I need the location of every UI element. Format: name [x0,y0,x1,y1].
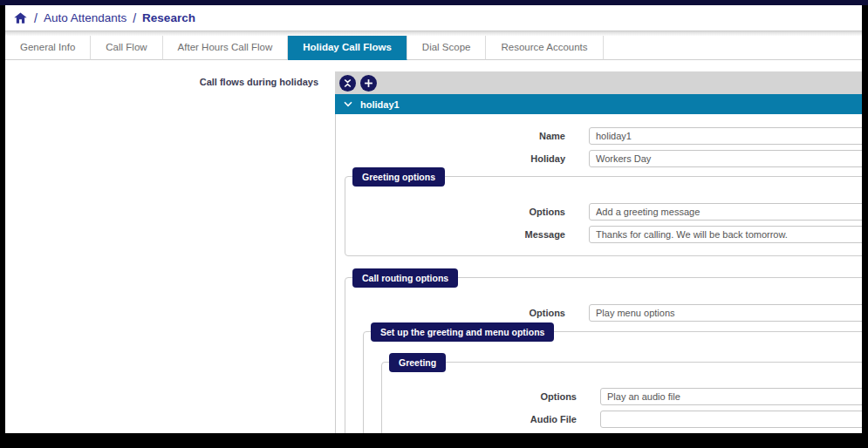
home-icon[interactable] [13,11,28,25]
form-row-audio-file: Audio File [382,411,862,428]
section-label: Call flows during holidays [5,60,335,433]
tab-bar-filler [604,36,862,60]
form-row-audio-options: Options [382,388,862,405]
name-label: Name [345,127,565,145]
collapse-all-icon [343,78,352,88]
greeting-options-input[interactable] [589,203,862,221]
main-content: Call flows during holidays [5,60,862,433]
holiday-flows-panel: holiday1 Name Holiday Greeting options [335,71,862,433]
greeting-options-section: Greeting options Options Message [345,176,862,256]
accordion-header-holiday1[interactable]: holiday1 [335,94,862,114]
audio-file-input[interactable] [600,411,862,428]
breadcrumb-item-auto-attendants[interactable]: Auto Attendants [44,11,126,24]
tab-general-info[interactable]: General Info [5,36,91,60]
holiday-label: Holiday [345,150,565,167]
tab-after-hours-call-flow[interactable]: After Hours Call Flow [163,36,289,60]
call-routing-legend: Call routing options [352,268,458,288]
tab-bar: General Info Call Flow After Hours Call … [5,36,862,60]
collapse-all-button[interactable] [339,75,356,92]
form-row-greeting-message: Message [345,226,862,243]
greeting-message-label: Message [345,226,565,243]
setup-menu-legend: Set up the greeting and menu options [371,322,554,342]
name-input[interactable] [589,127,862,145]
audio-file-label: Audio File [382,411,577,428]
audio-options-label: Options [382,388,577,405]
breadcrumb-separator: / [34,11,38,25]
form-row-routing-options: Options [345,304,862,322]
screenshot-frame: / Auto Attendants / Research General Inf… [0,0,868,448]
flows-toolbar [335,71,862,94]
tab-resource-accounts[interactable]: Resource Accounts [486,36,603,60]
breadcrumb-item-research: Research [142,11,195,24]
form-row-name: Name [345,127,862,145]
form-row-holiday: Holiday [345,150,862,167]
breadcrumb: / Auto Attendants / Research [5,5,862,31]
add-icon [364,78,373,88]
greeting-section: Greeting Options Audio File [381,362,862,433]
holiday1-form: Name Holiday Greeting options Options [335,114,862,433]
form-row-greeting-options: Options [345,203,862,221]
audio-options-input[interactable] [600,388,862,405]
app-window: / Auto Attendants / Research General Inf… [5,5,862,433]
holiday-input[interactable] [589,150,862,167]
greeting-options-label: Options [345,203,565,221]
add-flow-button[interactable] [360,75,377,92]
greeting-options-legend: Greeting options [352,167,445,187]
chevron-down-icon [344,101,352,107]
call-routing-section: Call routing options Options Set up the … [345,277,862,433]
setup-menu-section: Set up the greeting and menu options Gre… [363,331,862,433]
greeting-legend: Greeting [389,353,446,372]
greeting-message-input[interactable] [589,226,862,243]
accordion-title: holiday1 [360,99,400,110]
routing-options-label: Options [345,304,565,322]
tab-call-flow[interactable]: Call Flow [91,36,162,60]
breadcrumb-separator: / [133,11,136,25]
tab-dial-scope[interactable]: Dial Scope [407,36,487,60]
routing-options-input[interactable] [589,304,862,322]
tab-holiday-call-flows[interactable]: Holiday Call Flows [288,36,407,60]
